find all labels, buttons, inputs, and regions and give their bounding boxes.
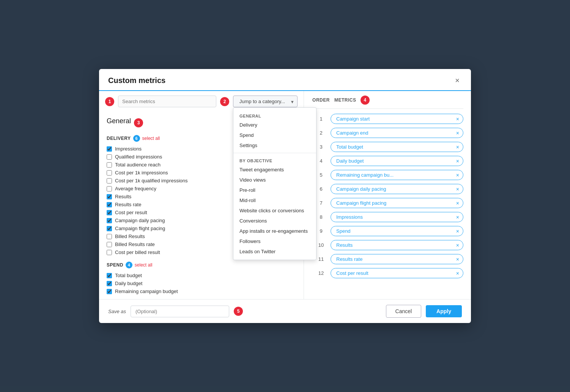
dropdown-item-followers[interactable]: Followers — [233, 236, 316, 246]
metric-remove-button[interactable]: × — [456, 158, 459, 164]
metric-tag: Cost per result × — [331, 268, 463, 278]
spend-section-header: SPEND 4 select all — [107, 262, 298, 268]
checkbox-cost-per-1k-qualified-label: Cost per 1k qualified impressions — [115, 178, 187, 183]
checkbox-daily-budget[interactable]: Daily budget — [107, 279, 298, 287]
dropdown-item-website-clicks[interactable]: Website clicks or conversions — [233, 205, 316, 216]
metric-remove-button[interactable]: × — [456, 116, 459, 122]
checkbox-total-budget[interactable]: Total budget — [107, 271, 298, 279]
dropdown-item-leads[interactable]: Leads on Twitter — [233, 246, 316, 257]
delivery-count: 6 — [133, 135, 140, 142]
metric-remove-button[interactable]: × — [456, 257, 459, 262]
checkbox-campaign-daily-pacing-label: Campaign daily pacing — [115, 218, 165, 223]
metric-tag: Spend × — [331, 226, 463, 236]
checkbox-cost-per-1k-qualified-input[interactable] — [107, 178, 112, 183]
close-button[interactable]: × — [453, 76, 462, 85]
dropdown-item-delivery[interactable]: Delivery — [233, 120, 316, 130]
checkbox-average-frequency-input[interactable] — [107, 186, 112, 191]
checkbox-impressions-input[interactable] — [107, 146, 112, 152]
dropdown-item-video-views[interactable]: Video views — [233, 175, 316, 185]
search-row: 1 2 Jump to a category... GENERAL Delive… — [99, 91, 304, 112]
checkbox-results-label: Results — [115, 194, 131, 199]
checkbox-billed-results-label: Billed Results — [115, 234, 145, 239]
checkbox-impressions-label: Impressions — [115, 146, 142, 152]
metric-label: Results rate — [336, 256, 362, 262]
metric-remove-button[interactable]: × — [456, 229, 459, 234]
metric-tag: Remaining campaign bu... × — [331, 170, 463, 180]
dropdown-item-app-installs[interactable]: App installs or re-engagements — [233, 226, 316, 236]
dropdown-section-general: GENERAL — [233, 111, 316, 120]
spend-title: SPEND — [107, 262, 123, 268]
metric-remove-button[interactable]: × — [456, 187, 459, 192]
modal-header: Custom metrics × — [99, 69, 471, 91]
metric-tag: Impressions × — [331, 212, 463, 222]
metric-remove-button[interactable]: × — [456, 271, 459, 276]
checkbox-total-budget-input[interactable] — [107, 273, 112, 278]
metric-tag: Results rate × — [331, 254, 463, 264]
badge-5: 5 — [234, 307, 243, 316]
checkbox-remaining-campaign-budget[interactable]: Remaining campaign budget — [107, 287, 298, 295]
custom-metrics-modal: Custom metrics × 1 2 Jump to a category.… — [99, 69, 471, 323]
checkbox-billed-results-rate-input[interactable] — [107, 242, 112, 247]
checkbox-cost-per-1k-input[interactable] — [107, 170, 112, 176]
checkbox-cost-per-result-input[interactable] — [107, 210, 112, 215]
save-as-input[interactable] — [131, 306, 229, 317]
modal-footer: Save as 5 Cancel Apply — [99, 299, 471, 323]
right-panel-header: ORDER METRICS 4 — [312, 96, 463, 109]
checkbox-average-frequency-label: Average frequency — [115, 186, 156, 191]
checkbox-results-rate-input[interactable] — [107, 202, 112, 207]
table-row: 1 Campaign start × — [312, 112, 463, 126]
metric-remove-button[interactable]: × — [456, 215, 459, 220]
metric-remove-button[interactable]: × — [456, 201, 459, 206]
checkbox-cost-per-billed-result-input[interactable] — [107, 250, 112, 255]
delivery-select-all[interactable]: select all — [142, 136, 160, 141]
checkbox-daily-budget-label: Daily budget — [115, 281, 142, 286]
apply-button[interactable]: Apply — [426, 305, 462, 317]
checkbox-results-input[interactable] — [107, 194, 112, 199]
checkbox-qualified-impressions-input[interactable] — [107, 154, 112, 160]
metrics-right-list: 1 Campaign start × 2 Campaign end × 3 To… — [312, 112, 463, 295]
dropdown-item-pre-roll[interactable]: Pre-roll — [233, 185, 316, 195]
metric-remove-button[interactable]: × — [456, 130, 459, 136]
checkbox-billed-results-rate-label: Billed Results rate — [115, 241, 155, 247]
checkbox-billed-results-input[interactable] — [107, 234, 112, 239]
metric-label: Campaign daily pacing — [336, 186, 386, 192]
section-title-general: General — [107, 117, 131, 125]
checkbox-daily-budget-input[interactable] — [107, 281, 112, 286]
checkbox-remaining-campaign-budget-label: Remaining campaign budget — [115, 289, 178, 294]
checkbox-total-budget-label: Total budget — [115, 273, 142, 278]
metric-remove-button[interactable]: × — [456, 172, 459, 178]
checkbox-remaining-campaign-budget-input[interactable] — [107, 289, 112, 294]
modal-body: 1 2 Jump to a category... GENERAL Delive… — [99, 91, 471, 299]
search-input[interactable] — [118, 96, 216, 107]
metric-remove-button[interactable]: × — [456, 144, 459, 150]
table-row: 4 Daily budget × — [312, 154, 463, 168]
table-row: 7 Campaign flight pacing × — [312, 196, 463, 210]
dropdown-item-spend[interactable]: Spend — [233, 130, 316, 140]
category-dropdown-wrap: Jump to a category... GENERAL Delivery S… — [233, 96, 298, 107]
metric-remove-button[interactable]: × — [456, 243, 459, 248]
checkbox-cost-per-billed-result-label: Cost per billed result — [115, 249, 160, 255]
metric-label: Cost per result — [336, 270, 368, 276]
metric-tag: Campaign flight pacing × — [331, 198, 463, 208]
table-row: 3 Total budget × — [312, 140, 463, 154]
dropdown-item-tweet-engagements[interactable]: Tweet engagements — [233, 165, 316, 175]
dropdown-item-conversions[interactable]: Conversions — [233, 216, 316, 226]
dropdown-item-mid-roll[interactable]: Mid-roll — [233, 195, 316, 205]
checkbox-campaign-daily-pacing-input[interactable] — [107, 218, 112, 223]
metric-label: Results — [336, 242, 353, 248]
spend-select-all[interactable]: select all — [135, 262, 153, 268]
metric-label: Daily budget — [336, 158, 364, 164]
metric-tag: Results × — [331, 240, 463, 250]
metric-label: Campaign flight pacing — [336, 200, 386, 206]
cancel-button[interactable]: Cancel — [386, 305, 422, 318]
dropdown-item-settings[interactable]: Settings — [233, 140, 316, 151]
table-row: 5 Remaining campaign bu... × — [312, 168, 463, 182]
metric-label: Total budget — [336, 144, 363, 150]
category-dropdown-button[interactable]: Jump to a category... — [233, 96, 298, 107]
checkbox-total-audience-reach-input[interactable] — [107, 162, 112, 168]
table-row: 2 Campaign end × — [312, 126, 463, 140]
checkbox-campaign-flight-pacing-input[interactable] — [107, 226, 112, 231]
table-row: 11 Results rate × — [312, 252, 463, 266]
checkbox-cost-per-result-label: Cost per result — [115, 210, 147, 215]
search-input-wrap — [118, 96, 216, 107]
